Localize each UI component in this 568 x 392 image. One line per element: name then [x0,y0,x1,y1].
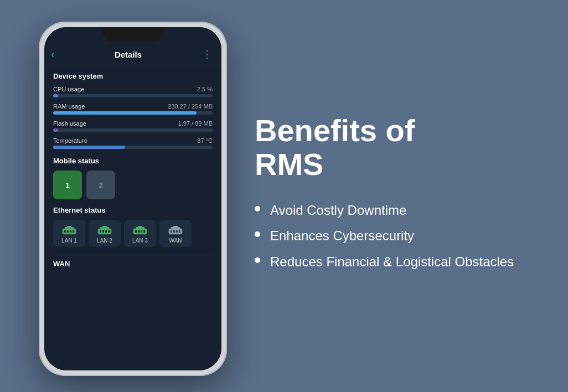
device-system-title: Device system [53,72,213,80]
heading-line2: RMS [255,147,323,182]
lan3-port[interactable]: LAN 3 [124,220,156,247]
svg-rect-30 [171,227,173,229]
bullet-icon [255,206,260,212]
svg-rect-29 [173,226,178,229]
temp-bar-fill [53,146,125,149]
svg-rect-25 [171,230,172,233]
wan-section-title: WAN [53,260,213,268]
benefits-list: Avoid Costly Downtime Enhances Cybersecu… [255,202,535,271]
svg-rect-12 [108,230,110,233]
lan2-port[interactable]: LAN 2 [89,220,121,247]
lan3-icon [132,224,148,235]
ethernet-status-section: Ethernet status [53,206,213,247]
more-menu-button[interactable]: ⋮ [202,48,213,60]
lan3-label: LAN 3 [132,238,148,244]
temp-bar-track [53,146,213,149]
flash-value: 1.97 / 89 MB [178,120,213,127]
lan2-icon [97,224,112,235]
svg-rect-5 [67,226,71,229]
screen-header: ‹ Details ⋮ [44,44,221,65]
wan-section: WAN [53,255,213,268]
svg-rect-1 [64,230,66,233]
svg-rect-10 [102,230,104,233]
cpu-bar-fill [53,94,58,97]
svg-rect-26 [173,230,175,233]
svg-rect-4 [73,230,74,233]
cpu-value: 2.5 % [197,86,213,92]
svg-rect-9 [100,230,101,233]
list-item: Reduces Financial & Logistical Obstacles [255,253,535,271]
phone-inner: ‹ Details ⋮ Device system CPU usage 2.5 … [44,27,221,370]
svg-rect-20 [143,230,145,233]
ram-value: 230.27 / 254 MB [168,103,213,110]
sim1-card[interactable]: 1 [53,171,82,199]
flash-label: Flash usage [53,120,86,127]
svg-rect-31 [178,227,180,229]
ram-bar-fill [53,111,197,115]
phone-notch [102,27,163,42]
svg-rect-14 [100,227,102,229]
ethernet-status-title: Ethernet status [53,206,213,214]
svg-rect-11 [105,230,107,233]
svg-rect-7 [71,227,74,229]
cpu-usage-row: CPU usage 2.5 % [53,86,213,97]
svg-rect-15 [107,227,109,229]
benefit-item-3: Reduces Financial & Logistical Obstacles [270,253,514,271]
mobile-status-title: Mobile status [53,157,213,165]
flash-usage-row: Flash usage 1.97 / 89 MB [53,120,213,132]
benefits-heading: Benefits of RMS [255,114,535,182]
lan1-label: LAN 1 [61,238,77,244]
mobile-status-section: Mobile status 1 2 [53,157,213,199]
svg-rect-18 [138,230,140,233]
bullet-icon [255,257,260,263]
list-item: Avoid Costly Downtime [255,202,535,219]
svg-rect-19 [141,230,142,233]
svg-rect-17 [135,230,137,233]
lan2-label: LAN 2 [97,238,112,244]
benefit-item-1: Avoid Costly Downtime [270,202,406,219]
wan-port[interactable]: WAN [159,220,192,247]
svg-rect-6 [65,227,67,229]
benefits-panel: Benefits of RMS Avoid Costly Downtime En… [227,86,568,306]
ram-usage-row: RAM usage 230.27 / 254 MB [53,103,213,115]
temp-label: Temperature [53,137,87,144]
wan-label: WAN [169,238,182,244]
screen-body: Device system CPU usage 2.5 % [44,65,221,280]
svg-rect-3 [70,230,71,233]
bullet-icon [255,231,260,237]
svg-rect-21 [138,226,142,229]
back-button[interactable]: ‹ [51,49,54,60]
svg-rect-28 [179,230,180,233]
ram-bar-track [53,111,213,115]
benefit-item-2: Enhances Cybersecurity [270,227,414,245]
sim2-card[interactable]: 2 [86,171,115,199]
eth-ports-container: LAN 1 [53,220,213,247]
svg-rect-27 [176,230,178,233]
flash-bar-track [53,128,213,132]
svg-rect-2 [67,230,69,233]
phone-mockup: ‹ Details ⋮ Device system CPU usage 2.5 … [39,22,227,376]
temp-value: 37 °C [197,137,213,144]
phone-screen: ‹ Details ⋮ Device system CPU usage 2.5 … [44,27,221,370]
cpu-bar-track [53,94,213,97]
lan1-port[interactable]: LAN 1 [53,220,85,247]
flash-bar-fill [53,128,58,132]
temp-usage-row: Temperature 37 °C [53,137,213,149]
screen-title: Details [115,50,142,59]
sim-cards: 1 2 [53,171,213,199]
wan-icon [168,224,183,235]
cpu-label: CPU usage [53,86,84,92]
svg-rect-23 [142,227,144,229]
heading-line1: Benefits of [255,113,415,148]
ram-label: RAM usage [53,103,85,110]
svg-rect-22 [136,227,138,229]
list-item: Enhances Cybersecurity [255,227,535,245]
phone-shell: ‹ Details ⋮ Device system CPU usage 2.5 … [39,22,227,376]
lan1-icon [61,224,77,235]
svg-rect-13 [102,226,107,229]
